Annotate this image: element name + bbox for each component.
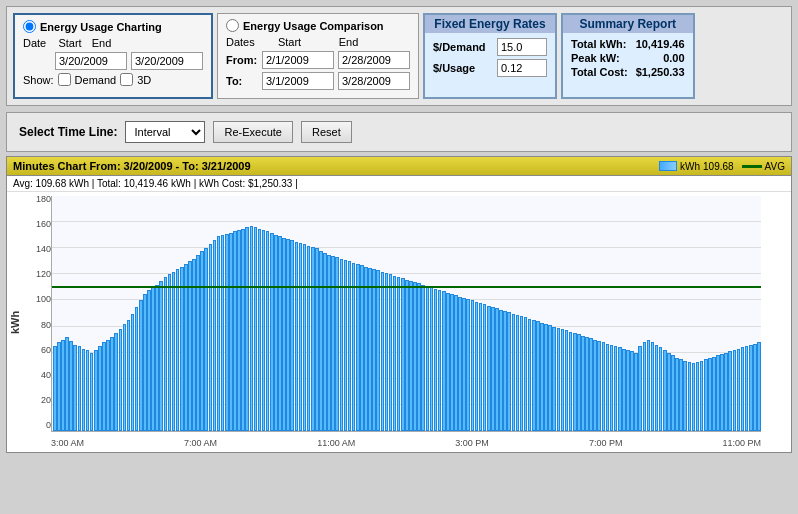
bar: [700, 361, 704, 432]
demand-checkbox[interactable]: [58, 73, 71, 86]
bar: [421, 285, 425, 431]
bar: [65, 337, 69, 431]
charting-end-date[interactable]: [131, 52, 203, 70]
bar: [372, 269, 376, 431]
usage-rate-input[interactable]: [497, 59, 547, 77]
bar: [491, 307, 495, 431]
bar: [512, 314, 516, 432]
bar: [536, 321, 540, 431]
bar: [323, 253, 327, 431]
y-tick: 160: [25, 219, 51, 229]
bar: [569, 332, 573, 431]
comp-start-label: Start: [262, 36, 317, 48]
demand-rate-input[interactable]: [497, 38, 547, 56]
energy-comparison-radio[interactable]: [226, 19, 239, 32]
bar: [73, 345, 77, 431]
threed-checkbox[interactable]: [120, 73, 133, 86]
bar: [688, 362, 692, 431]
bar: [692, 363, 696, 431]
x-tick: 7:00 AM: [184, 438, 217, 448]
fixed-rates-title: Fixed Energy Rates: [425, 15, 555, 33]
x-tick: 7:00 PM: [589, 438, 623, 448]
bar: [430, 287, 434, 431]
bar: [520, 316, 524, 431]
bar: [139, 300, 143, 431]
bar: [393, 276, 397, 431]
bar: [127, 320, 131, 431]
comparison-to-end[interactable]: [338, 72, 410, 90]
bar: [401, 278, 405, 431]
comparison-from-end[interactable]: [338, 51, 410, 69]
energy-comparison-title: Energy Usage Comparison: [226, 19, 410, 32]
timeline-select[interactable]: IntervalHourlyDailyMonthly: [125, 121, 205, 143]
total-kwh-label: Total kWh:: [571, 38, 626, 50]
bar: [540, 323, 544, 431]
bar: [753, 344, 757, 431]
bar: [352, 263, 356, 431]
bar: [528, 319, 532, 431]
y-axis: 020406080100120140160180: [23, 192, 51, 432]
bar: [667, 353, 671, 431]
bar: [278, 236, 282, 431]
timeline-label: Select Time Line:: [19, 125, 117, 139]
legend-avg-line: [742, 165, 762, 168]
bar: [98, 346, 102, 431]
bar: [426, 286, 430, 431]
bar: [597, 341, 601, 431]
comparison-to-start[interactable]: [262, 72, 334, 90]
bar: [225, 234, 229, 431]
bar: [368, 268, 372, 431]
chart-header: Minutes Chart From: 3/20/2009 - To: 3/21…: [7, 157, 791, 176]
bar: [53, 346, 57, 431]
bar: [123, 324, 127, 431]
bar: [61, 340, 65, 431]
bar: [254, 227, 258, 431]
charting-start-date[interactable]: [55, 52, 127, 70]
bar: [606, 344, 610, 431]
bar: [274, 235, 278, 431]
bar: [696, 362, 700, 431]
bar: [733, 350, 737, 431]
bar: [716, 355, 720, 431]
comparison-from-start[interactable]: [262, 51, 334, 69]
y-axis-label: kWh: [7, 192, 23, 452]
y-tick: 0: [25, 420, 51, 430]
bar: [438, 290, 442, 431]
bar: [86, 350, 90, 431]
bar: [655, 345, 659, 431]
chart-inner: 020406080100120140160180 AVG 3:00 AM7:00…: [23, 192, 791, 452]
bar: [135, 307, 139, 431]
bar: [405, 280, 409, 431]
bar: [258, 229, 262, 431]
bar: [417, 283, 421, 431]
bar: [331, 256, 335, 431]
y-tick: 60: [25, 345, 51, 355]
bar: [471, 300, 475, 431]
top-panel: Energy Usage Charting Date Start End Sho…: [6, 6, 792, 106]
bar: [340, 259, 344, 431]
energy-charting-title: Energy Usage Charting: [23, 20, 203, 33]
bar: [237, 230, 241, 431]
demand-rate-label: $/Demand: [433, 41, 493, 53]
chart-title: Minutes Chart From: 3/20/2009 - To: 3/21…: [13, 160, 251, 172]
bar: [679, 359, 683, 431]
bar: [466, 299, 470, 431]
bar: [180, 267, 184, 432]
bar: [270, 233, 274, 431]
reexecute-button[interactable]: Re-Execute: [213, 121, 292, 143]
summary-section: Summary Report Total kWh: 10,419.46 Peak…: [561, 13, 695, 99]
bar: [446, 293, 450, 431]
bar: [213, 240, 217, 431]
x-axis: 3:00 AM7:00 AM11:00 AM3:00 PM7:00 PM11:0…: [51, 434, 761, 452]
total-cost-label: Total Cost:: [571, 66, 628, 78]
bar: [409, 281, 413, 431]
bar: [487, 306, 491, 431]
chart-subtitle: Avg: 109.68 kWh | Total: 10,419.46 kWh |…: [7, 176, 791, 192]
peak-kw-row: Peak kW: 0.00: [571, 52, 685, 64]
bar: [69, 341, 73, 431]
bar: [704, 359, 708, 431]
reset-button[interactable]: Reset: [301, 121, 352, 143]
energy-charting-radio[interactable]: [23, 20, 36, 33]
bar: [602, 342, 606, 431]
bar: [532, 320, 536, 431]
